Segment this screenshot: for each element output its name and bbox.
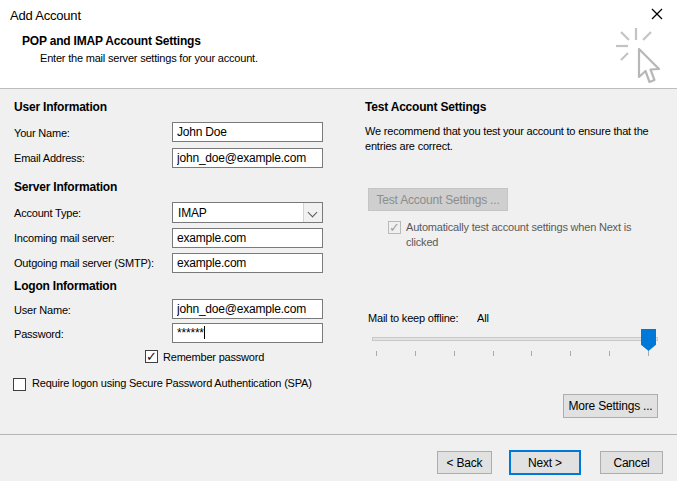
incoming-server-input[interactable]	[172, 228, 323, 248]
test-settings-description: We recommend that you test your account …	[365, 124, 665, 154]
section-test-account-settings: Test Account Settings	[365, 100, 486, 114]
email-address-input[interactable]	[172, 148, 323, 168]
wizard-cursor-icon	[608, 26, 670, 86]
auto-test-checkbox	[388, 221, 401, 234]
incoming-server-label: Incoming mail server:	[14, 232, 114, 244]
footer-divider	[0, 434, 677, 435]
header-subtitle: Enter the mail server settings for your …	[40, 52, 258, 64]
remember-password-checkbox[interactable]	[145, 350, 158, 363]
slider-ticks	[376, 351, 648, 357]
next-button[interactable]: Next >	[509, 450, 581, 475]
user-name-label: User Name:	[14, 304, 71, 316]
dropdown-button[interactable]	[303, 203, 322, 222]
outgoing-server-input[interactable]	[172, 253, 323, 273]
close-icon[interactable]	[650, 7, 664, 21]
window-title: Add Account	[10, 8, 81, 23]
chevron-down-icon	[308, 208, 318, 218]
outgoing-server-label: Outgoing mail server (SMTP):	[14, 257, 154, 269]
header-title: POP and IMAP Account Settings	[22, 34, 201, 48]
offline-slider-track[interactable]	[372, 337, 658, 341]
more-settings-button[interactable]: More Settings ...	[563, 394, 658, 418]
your-name-label: Your Name:	[14, 127, 70, 139]
your-name-input[interactable]	[172, 122, 323, 142]
account-type-label: Account Type:	[14, 207, 81, 219]
user-name-input[interactable]	[172, 299, 323, 319]
back-button[interactable]: < Back	[437, 451, 492, 474]
test-account-settings-button: Test Account Settings ...	[368, 188, 508, 211]
password-label: Password:	[14, 328, 64, 340]
section-user-information: User Information	[14, 100, 107, 114]
mail-offline-value: All	[477, 312, 489, 324]
section-server-information: Server Information	[14, 180, 117, 194]
header-divider	[0, 88, 677, 89]
text-caret	[204, 326, 205, 339]
spa-checkbox[interactable]	[13, 378, 26, 391]
spa-label: Require logon using Secure Password Auth…	[32, 376, 324, 391]
account-type-dropdown[interactable]: IMAP	[172, 202, 323, 223]
cancel-button[interactable]: Cancel	[600, 451, 663, 474]
add-account-dialog: Add Account POP and IMAP Account Setting…	[0, 0, 677, 481]
account-type-value: IMAP	[178, 206, 207, 220]
password-input[interactable]: ******	[172, 323, 323, 343]
mail-offline-label: Mail to keep offline:	[368, 312, 458, 324]
auto-test-label: Automatically test account settings when…	[406, 220, 658, 250]
email-address-label: Email Address:	[14, 152, 85, 164]
remember-password-label: Remember password	[163, 351, 264, 363]
section-logon-information: Logon Information	[14, 279, 117, 293]
